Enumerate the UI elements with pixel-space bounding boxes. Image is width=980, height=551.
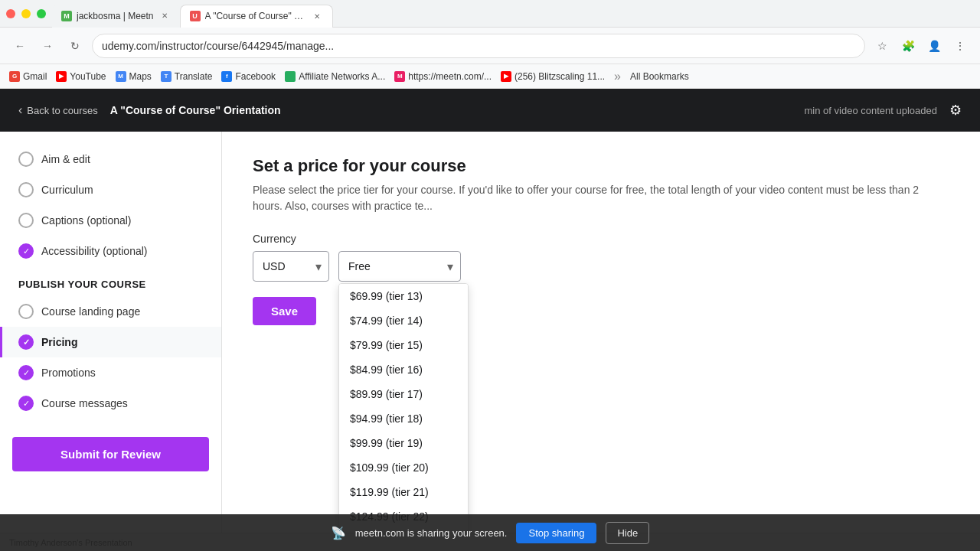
profile-icon[interactable]: 👤	[923, 35, 945, 57]
window-min-btn[interactable]	[21, 9, 31, 18]
bookmark-affiliate-label: Affiliate Networks A...	[299, 71, 385, 82]
sidebar-item-promotions-label: Promotions	[41, 367, 96, 379]
bookmark-translate[interactable]: T Translate	[161, 71, 213, 82]
currency-select[interactable]: USD	[253, 251, 329, 282]
window-max-btn[interactable]	[37, 9, 46, 18]
dropdown-item-tier15[interactable]: $79.99 (tier 15)	[339, 333, 468, 357]
bookmark-gmail-label: Gmail	[23, 71, 47, 82]
dropdown-item-tier16[interactable]: $84.99 (tier 16)	[339, 357, 468, 382]
price-select-wrapper: Free ▾ $69.99 (tier 13) $74.99 (tier 14)…	[338, 251, 461, 282]
dropdown-item-tier18[interactable]: $94.99 (tier 18)	[339, 406, 468, 431]
sidebar-item-accessibility[interactable]: Accessibility (optional)	[0, 236, 221, 266]
dropdown-item-tier20[interactable]: $109.99 (tier 20)	[339, 455, 468, 480]
sidebar-item-messages-label: Course messages	[41, 397, 128, 409]
sidebar-item-landing-label: Course landing page	[41, 305, 140, 318]
sidebar-item-aim-label: Aim & edit	[41, 153, 90, 165]
browser-toolbar: ← → ↻ udemy.com/instructor/course/644294…	[0, 28, 980, 64]
save-button[interactable]: Save	[253, 297, 316, 325]
course-header: ‹ Back to courses A "Course of Course" O…	[0, 89, 980, 132]
price-select[interactable]: Free	[338, 251, 461, 282]
browser-tab-udemy[interactable]: U A "Course of Course" Ori... ✕	[180, 5, 333, 28]
more-bookmarks-icon[interactable]: »	[614, 70, 621, 83]
dropdown-item-tier19[interactable]: $99.99 (tier 19)	[339, 431, 468, 455]
forward-button[interactable]: →	[37, 35, 58, 57]
sidebar-item-landing[interactable]: Course landing page	[0, 296, 221, 327]
blitz-favicon: ▶	[501, 71, 511, 82]
reload-button[interactable]: ↻	[64, 35, 86, 57]
sidebar-item-messages[interactable]: Course messages	[0, 388, 221, 419]
bookmark-icon[interactable]: ☆	[871, 35, 893, 57]
sidebar-item-promotions[interactable]: Promotions	[0, 357, 221, 388]
bookmark-meetn-label: https://meetn.com/...	[408, 71, 492, 82]
sidebar-item-accessibility-label: Accessibility (optional)	[41, 245, 148, 257]
sidebar-item-landing-icon	[18, 304, 34, 319]
header-info: min of video content uploaded	[805, 105, 937, 116]
window-close-btn[interactable]	[6, 9, 15, 18]
back-arrow-icon: ‹	[18, 103, 22, 117]
bookmark-affiliate[interactable]: Affiliate Networks A...	[285, 71, 385, 82]
back-to-courses-label: Back to courses	[27, 105, 98, 116]
extensions-icon[interactable]: 🧩	[897, 35, 919, 57]
currency-select-wrapper: USD ▾	[253, 251, 329, 282]
bookmark-facebook[interactable]: f Facebook	[221, 71, 276, 82]
pricing-description: Please select the price tier for your co…	[253, 182, 949, 214]
hide-button[interactable]: Hide	[606, 522, 649, 533]
course-title: A "Course of Course" Orientation	[110, 104, 792, 116]
price-dropdown-menu: $69.99 (tier 13) $74.99 (tier 14) $79.99…	[338, 283, 469, 533]
page-content: ‹ Back to courses A "Course of Course" O…	[0, 89, 980, 533]
screen-share-message: meetn.com is sharing your screen.	[355, 527, 508, 533]
toolbar-icons: ☆ 🧩 👤 ⋮	[871, 35, 971, 57]
sidebar-item-messages-icon	[18, 396, 34, 411]
address-text: udemy.com/instructor/course/6442945/mana…	[102, 40, 334, 52]
menu-icon[interactable]: ⋮	[949, 35, 971, 57]
screen-share-bar: 📡 meetn.com is sharing your screen. Stop…	[0, 514, 980, 533]
sidebar-item-captions[interactable]: Captions (optional)	[0, 205, 221, 236]
bookmark-blitz[interactable]: ▶ (256) Blitzscaling 11...	[501, 71, 605, 82]
sidebar-item-accessibility-icon	[18, 243, 34, 259]
bookmark-facebook-label: Facebook	[235, 71, 276, 82]
screen-share-icon: 📡	[331, 526, 346, 533]
sidebar-item-curriculum[interactable]: Curriculum	[0, 174, 221, 205]
sidebar-item-pricing-icon	[18, 334, 34, 350]
settings-icon[interactable]: ⚙	[949, 102, 962, 119]
sidebar-item-captions-label: Captions (optional)	[41, 214, 132, 227]
maps-favicon: M	[116, 71, 126, 82]
tab-close-meetn[interactable]: ✕	[158, 10, 171, 22]
tab-title-meetn: jackbosma | Meetn	[77, 11, 154, 21]
bookmark-maps-label: Maps	[129, 71, 152, 82]
youtube-favicon: ▶	[56, 71, 67, 82]
affiliate-favicon	[285, 71, 296, 82]
dropdown-item-tier14[interactable]: $74.99 (tier 14)	[339, 308, 468, 333]
publish-section-label: Publish your course	[0, 266, 221, 296]
submit-for-review-button[interactable]: Submit for Review	[12, 437, 209, 471]
bookmarks-bar: G Gmail ▶ YouTube M Maps T Translate f F…	[0, 64, 980, 89]
tab-close-udemy[interactable]: ✕	[311, 10, 323, 22]
dropdown-item-tier17[interactable]: $89.99 (tier 17)	[339, 382, 468, 406]
sidebar-item-aim[interactable]: Aim & edit	[0, 144, 221, 174]
sidebar: Aim & edit Curriculum Captions (optional…	[0, 132, 222, 533]
bookmark-all[interactable]: All Bookmarks	[630, 71, 689, 82]
sidebar-item-curriculum-label: Curriculum	[41, 184, 93, 196]
meetn-favicon: M	[61, 11, 72, 21]
address-bar[interactable]: udemy.com/instructor/course/6442945/mana…	[92, 34, 865, 58]
sidebar-item-curriculum-icon	[18, 182, 34, 197]
stop-sharing-button[interactable]: Stop sharing	[516, 523, 596, 533]
bookmark-meetn[interactable]: M https://meetn.com/...	[394, 71, 492, 82]
browser-tab-meetn[interactable]: M jackbosma | Meetn ✕	[52, 5, 180, 28]
sidebar-item-pricing-label: Pricing	[41, 336, 77, 348]
sidebar-item-pricing[interactable]: Pricing	[0, 327, 221, 357]
translate-favicon: T	[161, 71, 172, 82]
sidebar-item-captions-icon	[18, 213, 34, 228]
dropdown-item-tier21[interactable]: $119.99 (tier 21)	[339, 480, 468, 504]
back-button[interactable]: ←	[9, 35, 31, 57]
dropdown-item-tier13[interactable]: $69.99 (tier 13)	[339, 284, 468, 308]
tab-title-udemy: A "Course of Course" Ori...	[205, 11, 306, 21]
pricing-section-title: Set a price for your course	[253, 156, 949, 176]
bookmark-all-label: All Bookmarks	[630, 71, 689, 82]
bookmark-youtube[interactable]: ▶ YouTube	[56, 71, 106, 82]
bookmark-gmail[interactable]: G Gmail	[9, 71, 47, 82]
back-to-courses-link[interactable]: ‹ Back to courses	[18, 103, 98, 117]
bookmark-maps[interactable]: M Maps	[116, 71, 152, 82]
udemy-favicon: U	[190, 11, 201, 21]
meetn-bm-favicon: M	[394, 71, 405, 82]
